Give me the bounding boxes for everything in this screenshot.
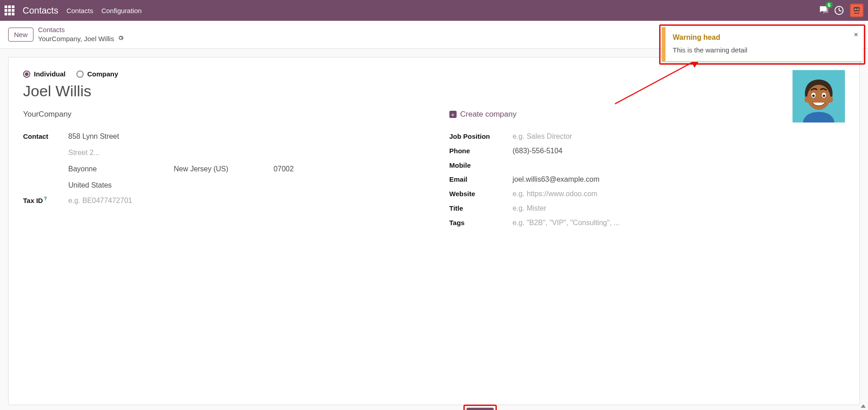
label-mobile: Mobile [449, 161, 513, 169]
right-column: ＋ Create company Job Position e.g. Sales… [449, 110, 845, 233]
contact-name-input[interactable]: Joel Willis [23, 82, 845, 100]
form-sheet: Individual Company Joel Willis YourCompa… [8, 57, 860, 405]
field-mobile: Mobile [449, 161, 845, 169]
new-button[interactable]: New [8, 28, 33, 42]
test-button-highlight: Test [463, 405, 497, 410]
messaging-icon[interactable]: 6 [818, 5, 828, 16]
phone-input[interactable]: (683)-556-5104 [513, 147, 562, 155]
message-count-badge: 6 [826, 2, 833, 8]
warning-toast: Warning head This is the warning detail … [662, 27, 863, 62]
toast-body: This is the warning detail [673, 46, 855, 54]
parent-company-input[interactable]: YourCompany [23, 110, 427, 119]
radio-individual-label: Individual [34, 70, 66, 78]
street2-input[interactable]: Street 2... [68, 149, 427, 157]
field-title: Title e.g. Mister [449, 204, 845, 212]
radio-individual[interactable]: Individual [23, 70, 66, 78]
form-columns: YourCompany Contact 858 Lynn Street Stre… [23, 110, 845, 233]
label-contact: Contact [23, 132, 68, 140]
left-column: YourCompany Contact 858 Lynn Street Stre… [23, 110, 427, 233]
top-navbar: Contacts Contacts Configuration 6 [0, 0, 868, 21]
toast-title: Warning head [673, 33, 855, 42]
contact-avatar[interactable] [793, 70, 845, 123]
nav-link-contacts[interactable]: Contacts [66, 7, 93, 14]
field-phone: Phone (683)-556-5104 [449, 147, 845, 155]
form-wrap: Individual Company Joel Willis YourCompa… [0, 49, 868, 410]
apps-icon[interactable] [5, 5, 14, 15]
nav-left: Contacts Contacts Configuration [5, 5, 142, 16]
radio-company[interactable]: Company [76, 70, 118, 78]
radio-dot-icon [23, 71, 30, 78]
breadcrumb-parent[interactable]: Contacts [38, 25, 124, 34]
label-website: Website [449, 190, 513, 198]
user-avatar[interactable] [850, 4, 863, 17]
toast-highlight: Warning head This is the warning detail … [659, 24, 865, 65]
radio-dot-icon [76, 71, 84, 78]
field-job: Job Position e.g. Sales Director [449, 132, 845, 141]
website-input[interactable]: e.g. https://www.odoo.com [513, 190, 598, 198]
svg-point-10 [823, 94, 825, 97]
help-icon[interactable]: ? [44, 196, 47, 201]
city-state-zip: Bayonne New Jersey (US) 07002 [68, 165, 427, 173]
app-brand: Contacts [23, 5, 58, 16]
email-input[interactable]: joel.willis63@example.com [513, 175, 599, 184]
nav-link-configuration[interactable]: Configuration [101, 7, 142, 14]
zip-input[interactable]: 07002 [274, 165, 294, 173]
job-input[interactable]: e.g. Sales Director [513, 132, 572, 141]
label-phone: Phone [449, 147, 513, 155]
nav-right: 6 [818, 4, 863, 17]
gear-icon[interactable] [118, 34, 124, 44]
company-type-radio-group: Individual Company [23, 70, 845, 78]
activity-icon[interactable] [835, 6, 844, 15]
label-title: Title [449, 204, 513, 212]
label-tags: Tags [449, 219, 513, 226]
test-button[interactable]: Test [467, 408, 494, 410]
city-input[interactable]: Bayonne [68, 165, 97, 173]
taxid-input[interactable]: e.g. BE0477472701 [68, 197, 132, 205]
svg-rect-4 [858, 9, 859, 9]
svg-point-6 [807, 85, 830, 110]
tags-input[interactable]: e.g. "B2B", "VIP", "Consulting", ... [513, 219, 620, 227]
street1-input[interactable]: 858 Lynn Street [68, 132, 427, 141]
field-taxid: Tax ID? e.g. BE0477472701 [23, 196, 427, 205]
close-icon[interactable]: × [854, 31, 858, 39]
radio-company-label: Company [87, 70, 118, 78]
svg-rect-3 [855, 9, 856, 9]
state-input[interactable]: New Jersey (US) [174, 165, 228, 173]
field-email: Email joel.willis63@example.com [449, 175, 845, 184]
label-email: Email [449, 175, 513, 183]
country-input[interactable]: United States [68, 181, 427, 189]
address-block: 858 Lynn Street Street 2... Bayonne New … [68, 132, 427, 189]
create-company-label: Create company [460, 110, 517, 119]
field-tags: Tags e.g. "B2B", "VIP", "Consulting", ..… [449, 219, 845, 227]
svg-point-12 [829, 96, 833, 103]
create-company-button[interactable]: ＋ Create company [449, 110, 845, 119]
breadcrumb-current: YourCompany, Joel Willis [38, 34, 114, 43]
svg-point-11 [805, 96, 809, 103]
field-contact-address: Contact 858 Lynn Street Street 2... Bayo… [23, 132, 427, 189]
field-website: Website e.g. https://www.odoo.com [449, 190, 845, 198]
title-input[interactable]: e.g. Mister [513, 204, 547, 212]
svg-point-8 [812, 94, 815, 97]
label-taxid-text: Tax ID [23, 197, 43, 204]
label-job: Job Position [449, 132, 513, 140]
scrollbar-down-icon[interactable] [859, 401, 867, 409]
plus-icon: ＋ [449, 111, 457, 118]
breadcrumb: Contacts YourCompany, Joel Willis [38, 25, 124, 43]
label-taxid: Tax ID? [23, 196, 68, 204]
